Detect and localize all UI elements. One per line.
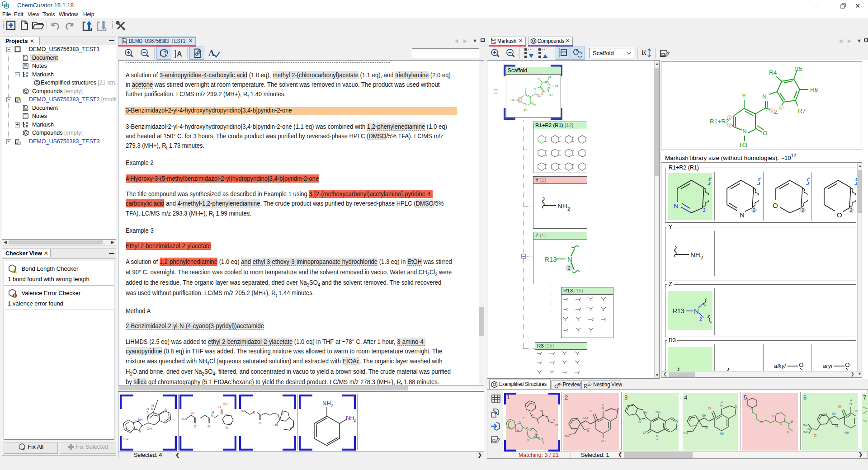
svg-text:HN: HN bbox=[274, 423, 278, 427]
svg-text:NH: NH bbox=[702, 414, 706, 417]
svg-text:N: N bbox=[165, 408, 167, 411]
svg-text:O: O bbox=[540, 410, 542, 413]
svg-text:H₃C: H₃C bbox=[803, 431, 807, 433]
svg-text:H₃C: H₃C bbox=[565, 434, 570, 437]
svg-text:O: O bbox=[773, 202, 778, 209]
svg-text:NH₂: NH₂ bbox=[656, 410, 661, 414]
svg-text:H₃C: H₃C bbox=[684, 432, 688, 434]
svg-text:NH: NH bbox=[690, 251, 700, 258]
svg-text:NH: NH bbox=[346, 414, 354, 421]
svg-text:H: H bbox=[212, 411, 214, 414]
svg-text:N: N bbox=[772, 414, 774, 417]
svg-text:OH: OH bbox=[147, 427, 152, 430]
svg-text:H₃C: H₃C bbox=[182, 418, 188, 420]
svg-text:OH: OH bbox=[601, 439, 606, 442]
svg-text:N: N bbox=[226, 426, 228, 429]
svg-text:N: N bbox=[139, 430, 141, 433]
svg-text:N: N bbox=[526, 426, 528, 429]
svg-text:O: O bbox=[787, 431, 789, 433]
svg-text:N: N bbox=[849, 402, 852, 405]
svg-text:R: R bbox=[559, 383, 561, 386]
svg-text:NH: NH bbox=[322, 400, 331, 407]
svg-text:H: H bbox=[850, 399, 852, 402]
svg-text:N: N bbox=[151, 407, 153, 410]
svg-text:NH: NH bbox=[583, 417, 588, 420]
svg-text:2: 2 bbox=[850, 208, 853, 213]
svg-text:N: N bbox=[835, 425, 838, 428]
svg-text:2: 2 bbox=[703, 208, 706, 213]
svg-text:N: N bbox=[750, 407, 752, 410]
svg-text:N: N bbox=[694, 307, 699, 315]
svg-text:N: N bbox=[807, 428, 810, 431]
svg-text:R: R bbox=[494, 42, 496, 44]
svg-text:O: O bbox=[253, 411, 255, 414]
svg-text:H: H bbox=[151, 404, 154, 407]
svg-text:NH: NH bbox=[643, 411, 647, 414]
svg-text:H₃C: H₃C bbox=[803, 423, 807, 426]
svg-text:OH: OH bbox=[555, 423, 558, 426]
svg-text:R: R bbox=[26, 71, 28, 75]
svg-text:N: N bbox=[523, 416, 524, 419]
svg-text:O: O bbox=[708, 406, 711, 410]
svg-text:N: N bbox=[675, 428, 677, 431]
svg-text:S: S bbox=[519, 421, 521, 423]
svg-text:NH: NH bbox=[844, 431, 849, 434]
svg-text:2: 2 bbox=[699, 317, 702, 322]
svg-text:N: N bbox=[656, 434, 658, 437]
svg-text:H: H bbox=[791, 420, 793, 423]
svg-text:2: 2 bbox=[753, 208, 755, 213]
svg-text:O: O bbox=[643, 431, 646, 435]
svg-text:H: H bbox=[602, 404, 604, 406]
svg-text:N: N bbox=[720, 404, 722, 407]
svg-text:H₃C: H₃C bbox=[123, 437, 129, 440]
svg-text:N: N bbox=[535, 432, 537, 435]
svg-text:N: N bbox=[281, 412, 283, 415]
svg-text:A: A bbox=[177, 50, 182, 58]
svg-text:N: N bbox=[705, 427, 708, 430]
svg-text:N: N bbox=[587, 429, 589, 432]
svg-text:O: O bbox=[532, 414, 534, 417]
svg-text:O: O bbox=[194, 425, 197, 428]
svg-text:O: O bbox=[191, 412, 194, 415]
svg-text:R: R bbox=[26, 122, 28, 125]
svg-text:O: O bbox=[590, 409, 592, 413]
svg-text:N: N bbox=[855, 409, 858, 413]
svg-text:O: O bbox=[814, 433, 816, 437]
svg-text:2: 2 bbox=[567, 206, 570, 212]
svg-text:R: R bbox=[26, 75, 28, 78]
svg-text:N: N bbox=[638, 420, 641, 423]
svg-text:R13: R13 bbox=[544, 255, 557, 263]
svg-text:H: H bbox=[656, 438, 658, 441]
svg-text:N: N bbox=[602, 407, 604, 410]
svg-text:NH₂: NH₂ bbox=[720, 432, 726, 435]
svg-text:N: N bbox=[517, 429, 519, 432]
svg-text:N: N bbox=[527, 438, 529, 441]
svg-text:2: 2 bbox=[568, 266, 571, 271]
svg-text:2: 2 bbox=[331, 404, 333, 408]
svg-text:NH: NH bbox=[832, 412, 836, 415]
svg-text:2: 2 bbox=[354, 418, 356, 423]
svg-text:N: N bbox=[674, 202, 679, 210]
svg-text:O: O bbox=[553, 419, 555, 422]
svg-text:NH: NH bbox=[557, 202, 567, 210]
svg-text:O: O bbox=[838, 404, 841, 409]
svg-text:OH: OH bbox=[223, 403, 228, 406]
svg-text:R: R bbox=[494, 38, 496, 41]
svg-text:S: S bbox=[780, 423, 782, 425]
svg-text:N: N bbox=[746, 397, 748, 400]
svg-text:R: R bbox=[576, 48, 579, 52]
svg-text:2: 2 bbox=[700, 255, 703, 260]
svg-text:N: N bbox=[617, 408, 619, 411]
svg-text:N: N bbox=[740, 211, 745, 219]
svg-text:2: 2 bbox=[802, 208, 804, 213]
svg-text:O: O bbox=[259, 422, 262, 425]
svg-text:O: O bbox=[146, 408, 149, 411]
svg-text:N: N bbox=[567, 255, 572, 263]
svg-text:O: O bbox=[208, 425, 210, 428]
svg-text:H: H bbox=[721, 401, 722, 404]
svg-text:R: R bbox=[26, 125, 28, 128]
svg-text:R13: R13 bbox=[673, 307, 684, 315]
svg-text:N: N bbox=[211, 414, 213, 417]
svg-text:O: O bbox=[218, 405, 221, 409]
svg-text:NH: NH bbox=[138, 418, 142, 421]
